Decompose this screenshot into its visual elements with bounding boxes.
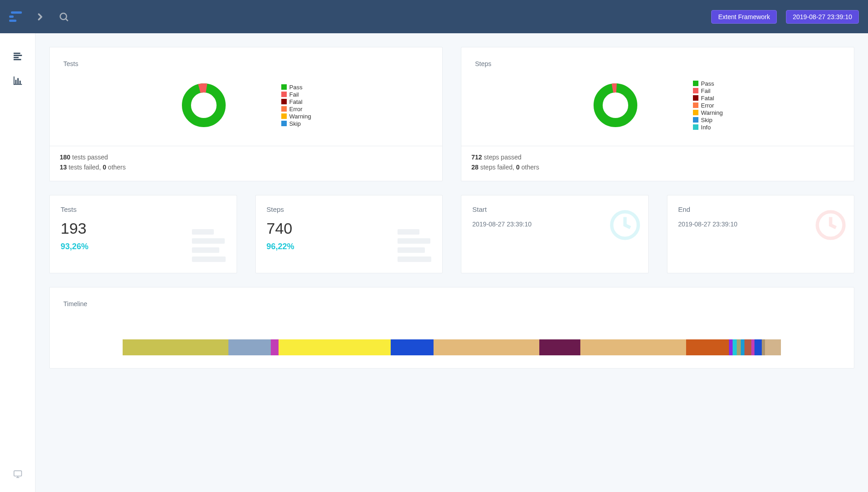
timeline-bar bbox=[63, 339, 840, 355]
timeline-segment bbox=[733, 339, 737, 355]
sidebar-item-device[interactable] bbox=[9, 465, 27, 483]
legend-label: Info bbox=[701, 124, 711, 131]
legend-swatch bbox=[693, 88, 698, 93]
svg-point-14 bbox=[186, 88, 221, 123]
legend-label: Pass bbox=[289, 84, 303, 91]
timeline-segment bbox=[271, 339, 279, 355]
legend-item: Info bbox=[693, 124, 723, 131]
svg-point-0 bbox=[60, 13, 67, 20]
steps-chart-card: Steps PassFailFatalErrorWarningSkipInfo bbox=[461, 47, 854, 181]
legend-swatch bbox=[281, 92, 287, 97]
sidebar-item-charts[interactable] bbox=[9, 72, 27, 90]
svg-rect-8 bbox=[15, 80, 16, 84]
legend-label: Error bbox=[289, 106, 303, 113]
sidebar bbox=[0, 33, 36, 492]
legend-label: Pass bbox=[701, 80, 714, 87]
svg-rect-3 bbox=[13, 55, 21, 56]
legend-swatch bbox=[281, 121, 287, 126]
legend-label: Warning bbox=[701, 109, 723, 116]
topbar: Extent Framework 2019-08-27 23:39:10 bbox=[0, 0, 868, 33]
timeline-title: Timeline bbox=[63, 300, 840, 308]
legend-label: Fail bbox=[289, 91, 299, 98]
search-icon[interactable] bbox=[57, 10, 71, 24]
timeline-segment bbox=[228, 339, 270, 355]
content: Tests PassFailFatalErrorWarningSkip bbox=[36, 33, 868, 492]
svg-rect-2 bbox=[13, 53, 20, 54]
legend-item: Warning bbox=[693, 109, 723, 116]
legend-swatch bbox=[693, 110, 698, 115]
legend-label: Fatal bbox=[701, 95, 714, 102]
framework-badge[interactable]: Extent Framework bbox=[711, 10, 777, 24]
timeline-segment bbox=[744, 339, 751, 355]
clock-icon bbox=[815, 209, 847, 243]
legend-swatch bbox=[281, 113, 287, 119]
legend-item: Pass bbox=[281, 84, 311, 91]
timeline-segment bbox=[762, 339, 765, 355]
legend-swatch bbox=[693, 124, 698, 130]
legend-item: Fatal bbox=[281, 98, 311, 105]
legend-item: Fail bbox=[281, 91, 311, 98]
legend-swatch bbox=[693, 117, 698, 123]
legend-item: Skip bbox=[693, 117, 723, 123]
svg-rect-5 bbox=[13, 59, 21, 60]
steps-placeholder-icon bbox=[398, 229, 431, 262]
legend-swatch bbox=[281, 106, 287, 112]
timeline-segment bbox=[539, 339, 580, 355]
legend-item: Pass bbox=[693, 80, 723, 87]
legend-swatch bbox=[281, 84, 287, 90]
timeline-segment bbox=[391, 339, 434, 355]
legend-label: Error bbox=[701, 102, 714, 109]
legend-item: Fail bbox=[693, 87, 723, 94]
tests-chart-card: Tests PassFailFatalErrorWarningSkip bbox=[49, 47, 443, 181]
steps-stat-card: Steps 740 96,22% bbox=[255, 195, 443, 273]
svg-line-1 bbox=[66, 19, 68, 21]
tests-card-title: Tests bbox=[63, 60, 429, 67]
timeline-segment bbox=[580, 339, 686, 355]
tests-legend: PassFailFatalErrorWarningSkip bbox=[281, 84, 311, 127]
legend-label: Skip bbox=[289, 120, 301, 127]
legend-label: Skip bbox=[701, 117, 713, 123]
timestamp-badge[interactable]: 2019-08-27 23:39:10 bbox=[786, 10, 859, 24]
timeline-segment bbox=[751, 339, 754, 355]
tests-placeholder-icon bbox=[192, 229, 226, 262]
timeline-segment bbox=[754, 339, 762, 355]
steps-legend: PassFailFatalErrorWarningSkipInfo bbox=[693, 80, 723, 131]
steps-card-title: Steps bbox=[475, 60, 840, 67]
chevron-right-icon[interactable] bbox=[33, 10, 47, 24]
legend-item: Error bbox=[281, 106, 311, 113]
legend-label: Fail bbox=[701, 87, 711, 94]
tests-stat-title: Tests bbox=[61, 205, 226, 213]
legend-item: Warning bbox=[281, 113, 311, 120]
end-stat-card: End 2019-08-27 23:39:10 bbox=[667, 195, 855, 273]
timeline-card: Timeline bbox=[49, 287, 854, 369]
legend-swatch bbox=[693, 102, 698, 108]
steps-donut-chart bbox=[593, 82, 638, 128]
svg-rect-11 bbox=[14, 471, 21, 476]
legend-label: Warning bbox=[289, 113, 311, 120]
timeline-segment bbox=[741, 339, 745, 355]
timeline-segment bbox=[765, 339, 781, 355]
svg-rect-10 bbox=[19, 81, 21, 84]
svg-rect-4 bbox=[13, 57, 18, 58]
svg-rect-7 bbox=[13, 77, 14, 85]
steps-stat-title: Steps bbox=[267, 205, 432, 213]
legend-swatch bbox=[281, 99, 287, 104]
timeline-segment bbox=[729, 339, 733, 355]
timeline-segment bbox=[686, 339, 729, 355]
start-stat-card: Start 2019-08-27 23:39:10 bbox=[461, 195, 649, 273]
svg-rect-9 bbox=[17, 78, 19, 84]
legend-label: Fatal bbox=[289, 98, 303, 105]
legend-item: Skip bbox=[281, 120, 311, 127]
logo-icon bbox=[9, 10, 24, 24]
tests-donut-chart bbox=[181, 82, 227, 128]
legend-item: Fatal bbox=[693, 95, 723, 102]
tests-stat-card: Tests 193 93,26% bbox=[49, 195, 237, 273]
timeline-segment bbox=[279, 339, 390, 355]
legend-item: Error bbox=[693, 102, 723, 109]
steps-card-footer: 712 steps passed 28 steps failed, 0 othe… bbox=[461, 146, 854, 181]
sidebar-item-logs[interactable] bbox=[9, 47, 27, 65]
svg-rect-6 bbox=[13, 84, 21, 85]
tests-card-footer: 180 tests passed 13 tests failed, 0 othe… bbox=[50, 146, 442, 181]
clock-icon bbox=[609, 209, 641, 243]
svg-point-16 bbox=[598, 88, 633, 123]
